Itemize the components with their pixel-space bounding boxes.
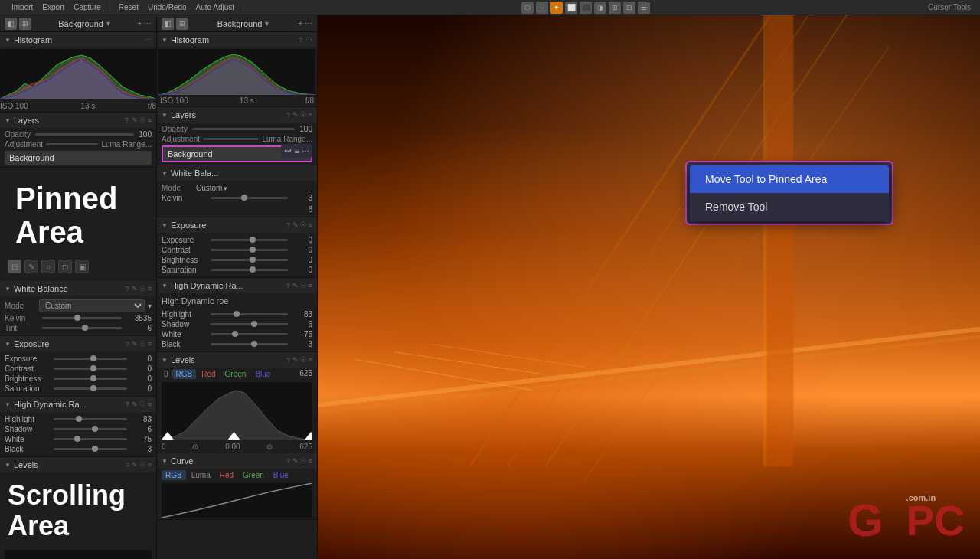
fill-tool[interactable]: ▣ [75,260,89,273]
sp-hdr-track-0[interactable] [211,313,288,315]
toolbar-icon-2[interactable]: ↔ [536,2,548,14]
toolbar-icon-5[interactable]: ◑ [594,2,606,14]
sp-hdr-track-2[interactable] [211,333,288,335]
sp-curve-tab-green[interactable]: Green [239,470,268,480]
hdr-track-0[interactable] [54,418,127,420]
wb-kelvin-track[interactable] [42,317,122,319]
import-btn[interactable]: Import [9,3,35,11]
toolbar-icon-active[interactable]: ✦ [550,2,563,14]
sp-dropdown-icon[interactable]: ▾ [265,19,269,28]
hdr-track-1[interactable] [54,428,127,430]
sp-levels-eyedropper2[interactable]: ⊙ [266,443,273,451]
exposure-header[interactable]: ▼ Exposure ? ✎ ☉ ≡ [0,336,156,351]
exposure-track-0[interactable] [54,358,127,360]
sp-wb-kelvin-track[interactable] [211,197,288,199]
wb-header[interactable]: ▼ White Balance ? ✎ ☉ ≡ [0,281,156,296]
sp-layers-icons[interactable]: ✎ ☉ ≡ [292,111,312,119]
histogram-header[interactable]: ▼ Histogram ⋯ [0,32,156,47]
lp-dropdown-icon[interactable]: ▾ [106,19,110,28]
sp-hdr-help[interactable]: ? [286,282,290,289]
sp-tab-red[interactable]: Red [198,369,219,379]
sp-icon-1[interactable]: ◧ [162,18,174,30]
hdr-icons[interactable]: ✎ ☉ ≡ [132,400,152,408]
auto-adjust-btn[interactable]: Auto Adjust [194,3,237,11]
hdr-help[interactable]: ? [126,400,129,408]
sp-tab-rgb[interactable]: RGB [172,369,197,379]
sp-tool-dots[interactable]: ··· [302,145,309,156]
sp-icon-2[interactable]: ⊞ [176,18,188,30]
sp-tab-green[interactable]: Green [221,369,250,379]
sp-levels-header[interactable]: ▼ Levels ? ✎ ☉ ≡ [157,352,317,368]
hdr-track-2[interactable] [54,438,127,440]
toolbar-icon-6[interactable]: ⊞ [609,2,621,14]
sp-curve-tab-rgb[interactable]: RGB [162,470,186,480]
capture-btn[interactable]: Capture [71,3,103,11]
toolbar-icon-7[interactable]: ⊟ [623,2,635,14]
toolbar-icon-1[interactable]: ⬡ [521,2,534,14]
sp-exp-track-3[interactable] [211,269,288,271]
context-menu-item-1[interactable]: Remove Tool [690,193,889,221]
histogram-menu[interactable]: ⋯ [145,36,152,44]
sp-wb-header[interactable]: ▼ White Bala... [157,165,317,181]
sp-curve-tab-blue[interactable]: Blue [270,470,292,480]
sp-exp-track-2[interactable] [211,259,288,261]
exposure-track-2[interactable] [54,378,127,380]
sp-curve-tab-red[interactable]: Red [216,470,237,480]
sp-histogram-header[interactable]: ▼ Histogram ? ⋯ [157,32,317,47]
sp-plus-btn[interactable]: + [298,19,302,28]
camera-tool[interactable]: ⊡ [8,260,21,273]
layer-item[interactable]: Background [5,151,152,165]
sp-exp-help[interactable]: ? [286,221,290,229]
levels-header[interactable]: ▼ Levels ? ✎ ☉ ≡ [0,457,156,472]
lasso-tool[interactable]: ○ [41,260,55,273]
lp-plus-btn[interactable]: + [137,19,142,28]
context-menu-item-0[interactable]: Move Tool to Pinned Area [690,165,889,193]
sp-levels-eyedropper[interactable]: ⊙ [192,443,198,451]
sp-hdr-track-1[interactable] [211,323,288,325]
sp-curve-header[interactable]: ▼ Curve ? ✎ ☉ ≡ [157,453,317,469]
sp-exp-track-0[interactable] [211,239,288,241]
sp-exposure-header[interactable]: ▼ Exposure ? ✎ ☉ ≡ [157,217,317,233]
sp-hdr-track-3[interactable] [211,343,288,345]
sp-hist-help[interactable]: ? [299,36,302,44]
layers-help[interactable]: ? [125,116,129,124]
toolbar-icon-3[interactable]: ⬜ [565,2,577,14]
undo-redo-btn[interactable]: Undo/Redo [145,3,189,11]
wb-icons[interactable]: ✎ ☉ ≡ [132,285,152,293]
sp-curve-icons[interactable]: ✎ ☉ ≡ [292,457,312,465]
sp-curve-tab-luma[interactable]: Luma [188,470,214,480]
exposure-track-1[interactable] [54,368,127,370]
sp-exp-icons[interactable]: ✎ ☉ ≡ [292,221,312,229]
layers-icons[interactable]: ✎ ☉ ≡ [132,116,152,124]
sp-levels-icons[interactable]: ✎ ☉ ≡ [292,356,312,364]
export-btn[interactable]: Export [40,3,67,11]
wb-help[interactable]: ? [126,285,129,293]
sp-menu-btn[interactable]: ⋯ [305,19,312,28]
wb-mode-select[interactable]: Custom [39,299,145,312]
eraser-tool[interactable]: ◻ [58,260,72,273]
wb-tint-track[interactable] [42,327,122,329]
levels-help[interactable]: ? [126,461,129,469]
sp-tool-undo[interactable]: ↩ [284,145,292,156]
sp-curve-help[interactable]: ? [286,457,290,465]
layers-header[interactable]: ▼ Layers ? ✎ ☉ ≡ [0,113,156,128]
sp-tab-blue[interactable]: Blue [251,369,274,379]
sp-layers-header[interactable]: ▼ Layers ? ✎ ☉ ≡ [157,107,317,123]
levels-icons[interactable]: ✎ ☉ ≡ [132,461,152,469]
exposure-icons[interactable]: ✎ ☉ ≡ [132,340,152,348]
sp-levels-help[interactable]: ? [286,356,290,364]
sp-tool-menu[interactable]: ≡ [294,145,299,156]
hdr-header[interactable]: ▼ High Dynamic Ra... ? ✎ ☉ ≡ [0,397,156,412]
lp-icon-2[interactable]: ⊞ [19,18,31,30]
reset-btn[interactable]: Reset [116,3,141,11]
lp-settings-btn[interactable]: ⋯ [144,19,152,28]
sp-hdr-icons[interactable]: ✎ ☉ ≡ [292,282,312,289]
toolbar-icon-8[interactable]: ☰ [638,2,650,14]
sp-exp-track-1[interactable] [211,249,288,251]
sp-layers-help[interactable]: ? [286,111,290,119]
exposure-track-3[interactable] [54,387,127,390]
sp-hist-menu[interactable]: ⋯ [305,36,312,44]
lp-icon-1[interactable]: ◧ [5,18,17,30]
toolbar-icon-4[interactable]: ⬛ [580,2,592,14]
exposure-help[interactable]: ? [126,340,129,348]
